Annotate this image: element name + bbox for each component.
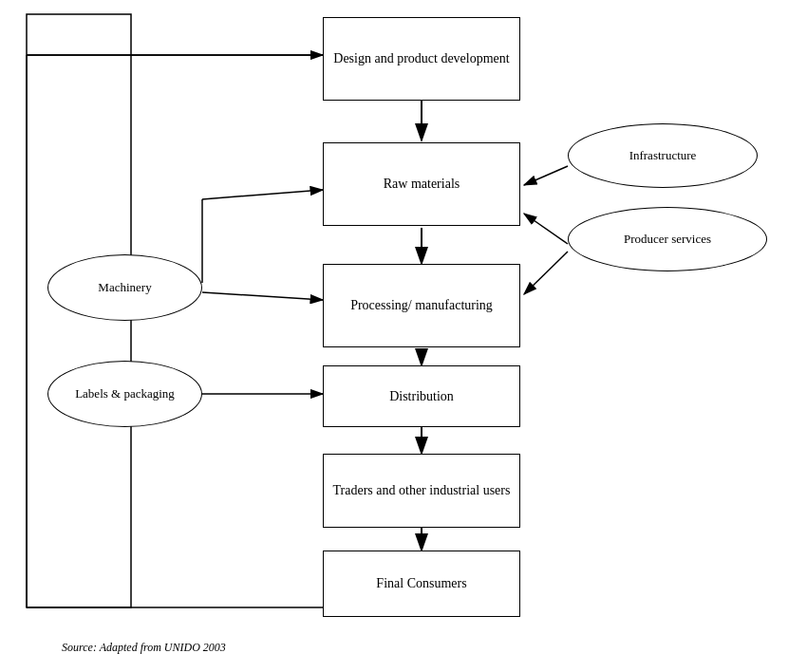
producer-services-label: Producer services bbox=[624, 231, 711, 248]
raw-materials-label: Raw materials bbox=[384, 175, 460, 194]
labels-packaging-label: Labels & packaging bbox=[75, 385, 175, 402]
distribution-label: Distribution bbox=[389, 387, 454, 406]
producer-services-oval: Producer services bbox=[568, 207, 767, 271]
svg-line-8 bbox=[524, 166, 568, 185]
infrastructure-oval: Infrastructure bbox=[568, 123, 758, 188]
svg-line-9 bbox=[524, 214, 568, 244]
machinery-label: Machinery bbox=[98, 279, 151, 296]
diagram: Design and product development Raw mater… bbox=[0, 0, 807, 672]
distribution-box: Distribution bbox=[323, 365, 520, 427]
machinery-oval: Machinery bbox=[47, 254, 202, 321]
raw-materials-box: Raw materials bbox=[323, 142, 520, 226]
final-consumers-label: Final Consumers bbox=[376, 574, 466, 593]
labels-packaging-oval: Labels & packaging bbox=[47, 361, 202, 427]
design-box: Design and product development bbox=[323, 17, 520, 101]
svg-line-13 bbox=[202, 292, 323, 300]
traders-box: Traders and other industrial users bbox=[323, 454, 520, 528]
svg-line-12 bbox=[202, 190, 323, 199]
processing-label: Processing/ manufacturing bbox=[350, 296, 493, 315]
final-consumers-box: Final Consumers bbox=[323, 551, 520, 617]
processing-box: Processing/ manufacturing bbox=[323, 264, 520, 347]
design-label: Design and product development bbox=[333, 49, 509, 68]
infrastructure-label: Infrastructure bbox=[629, 147, 697, 164]
traders-label: Traders and other industrial users bbox=[333, 481, 511, 500]
svg-line-10 bbox=[524, 252, 568, 294]
source-text: Source: Adapted from UNIDO 2003 bbox=[62, 641, 226, 655]
